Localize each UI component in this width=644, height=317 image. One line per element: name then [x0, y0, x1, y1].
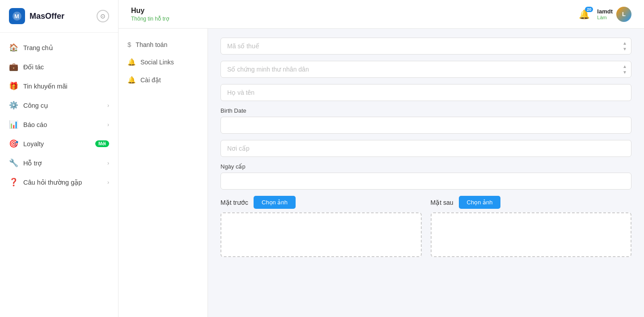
sidebar-item-cong-cu[interactable]: ⚙️ Công cụ ›: [0, 96, 118, 115]
sidebar-item-label: Câu hỏi thường gặp: [23, 179, 82, 186]
image-upload-section: Mặt trước Chọn ảnh Mặt sau Chọn ảnh: [220, 196, 631, 257]
ma-so-thue-input[interactable]: [220, 38, 631, 55]
notification-badge: 20: [585, 7, 593, 12]
sidebar-item-trang-chu[interactable]: 🏠 Trang chủ: [0, 38, 118, 57]
new-badge: Mới: [95, 140, 109, 147]
briefcase-icon: 💼: [9, 62, 18, 72]
header-right: 🔔 20 lamdt Làm L: [579, 7, 631, 22]
ngay-cap-input[interactable]: [220, 173, 631, 190]
loyalty-icon: 🎯: [9, 139, 18, 148]
sidebar-logo: M MasOffer ⊙: [0, 0, 118, 33]
content-wrapper: $ Thanh toán 🔔 Social Links 🔔 Cài đặt ▲: [119, 29, 644, 317]
field-ho-va-ten: [220, 84, 631, 101]
sidebar-item-cau-hoi[interactable]: ❓ Câu hỏi thường gặp ›: [0, 173, 118, 192]
sub-nav-label: Thanh toán: [136, 41, 167, 48]
back-drop-area[interactable]: [431, 212, 632, 257]
sidebar-item-label: Công cụ: [23, 102, 48, 109]
avatar: L: [616, 7, 631, 22]
sub-nav-thanh-toan[interactable]: $ Thanh toán: [119, 36, 208, 53]
support-icon: 🔧: [9, 158, 18, 168]
noi-cap-input[interactable]: [220, 140, 631, 157]
user-status: Làm: [597, 15, 613, 20]
chevron-right-icon: ›: [107, 160, 109, 166]
logo-text: MasOffer: [30, 12, 64, 21]
front-label: Mặt trước: [220, 199, 248, 206]
home-icon: 🏠: [9, 43, 18, 52]
choose-front-button[interactable]: Chọn ảnh: [254, 196, 296, 209]
field-ma-so-thue: ▲ ▼: [220, 38, 631, 55]
so-chung-minh-input[interactable]: [220, 61, 631, 78]
choose-back-button[interactable]: Chọn ảnh: [459, 196, 501, 209]
sub-nav-label: Social Links: [140, 59, 174, 66]
sidebar-item-label: Đối tác: [23, 63, 44, 71]
sidebar-item-loyalty[interactable]: 🎯 Loyalty Mới: [0, 134, 118, 153]
sidebar-nav: 🏠 Trang chủ 💼 Đối tác 🎁 Tin khuyến mãi ⚙…: [0, 33, 118, 317]
bell-icon: 🔔: [127, 76, 136, 84]
birth-date-label: Birth Date: [220, 107, 631, 114]
header-title-area: Huy Thông tin hỗ trợ: [131, 7, 169, 22]
so-chung-minh-wrapper: ▲ ▼: [220, 61, 631, 78]
ma-so-thue-wrapper: ▲ ▼: [220, 38, 631, 55]
gift-icon: 🎁: [9, 81, 18, 91]
field-birth-date: Birth Date: [220, 107, 631, 134]
field-noi-cap: [220, 140, 631, 157]
user-name: lamdt: [597, 8, 613, 15]
back-label-row: Mặt sau Chọn ảnh: [431, 196, 632, 209]
svg-text:M: M: [14, 13, 19, 20]
sidebar-item-ho-tro[interactable]: 🔧 Hỗ trợ ›: [0, 153, 118, 173]
birth-date-input[interactable]: [220, 117, 631, 134]
so-chung-minh-arrows[interactable]: ▲ ▼: [623, 64, 627, 75]
user-menu[interactable]: lamdt Làm L: [597, 7, 631, 22]
sub-sidebar: $ Thanh toán 🔔 Social Links 🔔 Cài đặt: [119, 29, 208, 317]
tool-icon: ⚙️: [9, 101, 18, 110]
page-title: Huy: [131, 7, 169, 15]
faq-icon: ❓: [9, 178, 18, 187]
chevron-right-icon: ›: [107, 122, 109, 128]
settings-ring-icon[interactable]: ⊙: [97, 10, 109, 22]
notification-button[interactable]: 🔔 20: [579, 9, 590, 20]
field-so-chung-minh: ▲ ▼: [220, 61, 631, 78]
main-area: Huy Thông tin hỗ trợ 🔔 20 lamdt Làm L $ …: [119, 0, 644, 317]
sidebar-item-label: Loyalty: [23, 140, 44, 148]
social-icon: 🔔: [127, 58, 136, 66]
user-text: lamdt Làm: [597, 8, 613, 20]
logo-icon: M: [9, 8, 25, 24]
sidebar-item-label: Trang chủ: [23, 44, 53, 51]
form-area: ▲ ▼ ▲ ▼ Bi: [208, 29, 644, 317]
sidebar-item-label: Hỗ trợ: [23, 160, 42, 167]
sub-nav-social-links[interactable]: 🔔 Social Links: [119, 53, 208, 71]
page-subtitle: Thông tin hỗ trợ: [131, 16, 169, 22]
field-ngay-cap: Ngày cấp: [220, 163, 631, 190]
sub-nav-label: Cài đặt: [140, 76, 161, 84]
header: Huy Thông tin hỗ trợ 🔔 20 lamdt Làm L: [119, 0, 644, 29]
image-front-col: Mặt trước Chọn ảnh: [220, 196, 422, 257]
back-label: Mặt sau: [431, 199, 453, 206]
sidebar-item-bao-cao[interactable]: 📊 Báo cáo ›: [0, 115, 118, 134]
front-drop-area[interactable]: [220, 212, 422, 257]
sidebar-item-label: Báo cáo: [23, 121, 47, 128]
image-back-col: Mặt sau Chọn ảnh: [431, 196, 632, 257]
ma-so-thue-arrows[interactable]: ▲ ▼: [623, 41, 627, 51]
ho-va-ten-input[interactable]: [220, 84, 631, 101]
front-label-row: Mặt trước Chọn ảnh: [220, 196, 422, 209]
dollar-icon: $: [127, 41, 131, 48]
sidebar-item-label: Tin khuyến mãi: [23, 83, 68, 90]
chevron-right-icon: ›: [107, 179, 109, 186]
sub-nav-cai-dat[interactable]: 🔔 Cài đặt: [119, 71, 208, 89]
ngay-cap-label: Ngày cấp: [220, 163, 631, 170]
chart-icon: 📊: [9, 120, 18, 129]
sidebar: M MasOffer ⊙ 🏠 Trang chủ 💼 Đối tác 🎁 Tin…: [0, 0, 119, 317]
sidebar-item-tin-khuyen-mai[interactable]: 🎁 Tin khuyến mãi: [0, 76, 118, 96]
chevron-right-icon: ›: [107, 102, 109, 109]
sidebar-item-doi-tac[interactable]: 💼 Đối tác: [0, 57, 118, 76]
